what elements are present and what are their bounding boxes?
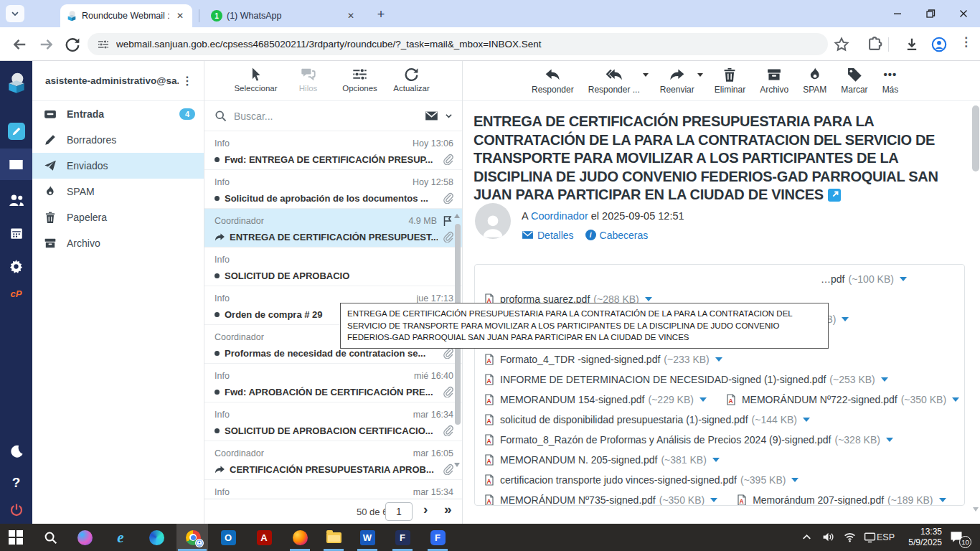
new-tab-button[interactable]: + (372, 6, 390, 23)
message-row[interactable]: Infomar 16:34 SOLICITUD DE APROBACION CE… (204, 402, 462, 441)
mail-scroll-down-arrow[interactable] (973, 507, 979, 512)
extensions-icon[interactable] (867, 37, 882, 52)
contacts-section-button[interactable] (0, 184, 32, 216)
site-settings-icon[interactable] (98, 39, 109, 50)
page-number-input[interactable] (385, 502, 413, 521)
folder-archivo[interactable]: Archivo (32, 230, 204, 256)
more-button[interactable]: •••Más (882, 67, 899, 95)
mail-scrollbar-thumb[interactable] (972, 105, 979, 171)
message-row[interactable]: Coordinadormar 16:05 CERTIFICACIÓN PRESU… (204, 441, 462, 480)
dark-mode-button[interactable] (0, 435, 32, 467)
flag-icon[interactable] (442, 215, 453, 227)
cpanel-button[interactable]: cP (0, 282, 32, 305)
bookmark-star-icon[interactable] (834, 37, 849, 52)
window-minimize-button[interactable] (881, 0, 914, 27)
attachment-menu-caret-icon[interactable] (886, 438, 893, 442)
attachment-link[interactable]: solicitud de disponibilidad presupuestar… (484, 414, 810, 425)
browser-menu-icon[interactable]: ⋮ (960, 34, 972, 50)
threads-button[interactable]: Hilos (288, 67, 329, 93)
fdm-app-button[interactable]: F (394, 529, 411, 546)
delete-button[interactable]: Eliminar (715, 67, 745, 95)
forward-button[interactable] (39, 37, 55, 52)
language-indicator[interactable]: ESP (877, 532, 895, 542)
attachment-menu-caret-icon[interactable] (710, 498, 717, 502)
attachment-menu-caret-icon[interactable] (803, 418, 810, 422)
headers-toggle[interactable]: iCabeceras (585, 230, 649, 241)
tab-roundcube[interactable]: Roundcube Webmail :: Enviados ✕ (60, 4, 192, 27)
word-button[interactable]: W (359, 529, 376, 546)
attachment-link[interactable]: MEMORÁNDUM Nº722-signed.pdf(~350 KB) (725, 394, 959, 405)
search-input[interactable] (234, 110, 425, 122)
scroll-down-arrow[interactable] (454, 463, 460, 467)
reply-all-button[interactable]: Responder ... (588, 67, 640, 95)
address-bar[interactable]: webmail.sanjuan.gob.ec/cpsess4685020211/… (88, 33, 828, 55)
select-button[interactable]: Seleccionar (234, 67, 277, 93)
edge-button[interactable] (148, 529, 165, 546)
attachment-link[interactable]: certificacion transporte judo vinces-sig… (484, 474, 798, 486)
search-scope-envelope-icon[interactable] (425, 109, 438, 123)
url-text[interactable]: webmail.sanjuan.gob.ec/cpsess4685020211/… (116, 39, 542, 50)
attachment-menu-caret-icon[interactable] (715, 357, 722, 362)
folder-borradores[interactable]: Borradores (32, 127, 204, 153)
options-button[interactable]: Opciones (339, 67, 381, 93)
search-options-chevron-icon[interactable] (444, 111, 453, 121)
folder-spam[interactable]: SPAM (32, 179, 204, 204)
chrome-button-active[interactable] (176, 524, 208, 551)
scroll-up-arrow[interactable] (454, 214, 460, 218)
calendar-section-button[interactable] (0, 217, 32, 249)
tab-whatsapp[interactable]: 1 (1) WhatsApp ✕ (205, 4, 363, 27)
account-menu-icon[interactable]: ⋮ (179, 74, 197, 88)
tab-close-icon[interactable]: ✕ (174, 9, 187, 22)
downloads-icon[interactable] (904, 37, 920, 52)
message-row-selected[interactable]: Coordinador4.9 MB ENTREGA DE CERTIFICACI… (204, 209, 462, 248)
tab-search-button[interactable] (6, 5, 24, 22)
next-page-button[interactable]: › (423, 501, 428, 517)
blue-f-app-button[interactable]: F (429, 529, 446, 546)
folder-entrada[interactable]: Entrada 4 (32, 101, 204, 127)
attachment-link[interactable]: Formato_8_Razón de Proformas y Análisis … (484, 434, 893, 446)
roundcube-logo[interactable] (0, 67, 32, 98)
attachment-menu-caret-icon[interactable] (699, 397, 707, 402)
message-row[interactable]: InfoHoy 13:06 Fwd: ENTREGA DE CERTIFICAC… (204, 131, 462, 170)
recipient-link[interactable]: Coordinador (531, 210, 588, 222)
compose-button[interactable] (0, 116, 32, 147)
folder-enviados[interactable]: Enviados (32, 153, 204, 179)
attachment-link[interactable]: …pdf(~100 KB) (821, 273, 907, 285)
copilot-button[interactable] (76, 529, 93, 546)
reply-button[interactable]: Responder (532, 67, 574, 95)
mail-section-button[interactable] (0, 149, 32, 180)
attachment-menu-caret-icon[interactable] (712, 458, 720, 462)
archive-button[interactable]: Archivo (760, 67, 788, 95)
attachment-link[interactable]: MEMORANDUM N. 205-signed.pdf(~381 KB) (484, 454, 720, 466)
attachment-link[interactable]: INFORME DE DETERMINACION DE NECESIDAD-si… (484, 374, 888, 385)
message-row[interactable]: InfoHoy 12:58 Solicitud de aprobación de… (204, 170, 462, 209)
tray-chevron-up-icon[interactable] (801, 531, 813, 543)
details-toggle[interactable]: Detalles (522, 229, 574, 241)
refresh-button[interactable]: Actualizar (391, 67, 433, 93)
cast-monitor-icon[interactable] (864, 531, 876, 543)
system-clock[interactable]: 13:35 5/9/2025 (900, 527, 942, 548)
acrobat-button[interactable]: A (255, 529, 273, 546)
taskbar-search-button[interactable] (42, 529, 59, 546)
last-page-button[interactable]: » (444, 501, 450, 517)
attachment-menu-caret-icon[interactable] (939, 498, 946, 502)
profile-avatar-icon[interactable] (931, 37, 947, 52)
firefox-button[interactable] (291, 529, 308, 546)
forward-button[interactable]: Reenviar (660, 67, 694, 95)
attachment-link[interactable]: MEMORANDUM 154-signed.pdf(~229 KB) (484, 394, 707, 405)
internet-explorer-button[interactable]: e (112, 529, 129, 546)
volume-icon[interactable] (822, 531, 834, 543)
attachment-link[interactable]: Formato_4_TDR -signed-signed.pdf(~233 KB… (484, 354, 722, 365)
wifi-icon[interactable] (844, 531, 856, 543)
attachment-link[interactable]: Memorándum 207-signed.pdf(~189 KB) (736, 494, 946, 506)
mark-button[interactable]: Marcar (841, 67, 867, 95)
file-explorer-button[interactable] (325, 529, 342, 546)
window-restore-button[interactable] (914, 0, 947, 27)
folder-papelera[interactable]: Papelera (32, 204, 204, 230)
window-close-button[interactable] (947, 0, 980, 27)
outlook-button[interactable]: O (220, 529, 237, 546)
dropdown-caret-icon[interactable] (697, 73, 703, 77)
dropdown-caret-icon[interactable] (643, 73, 649, 77)
back-button[interactable] (11, 37, 27, 52)
logout-button[interactable] (0, 494, 32, 526)
